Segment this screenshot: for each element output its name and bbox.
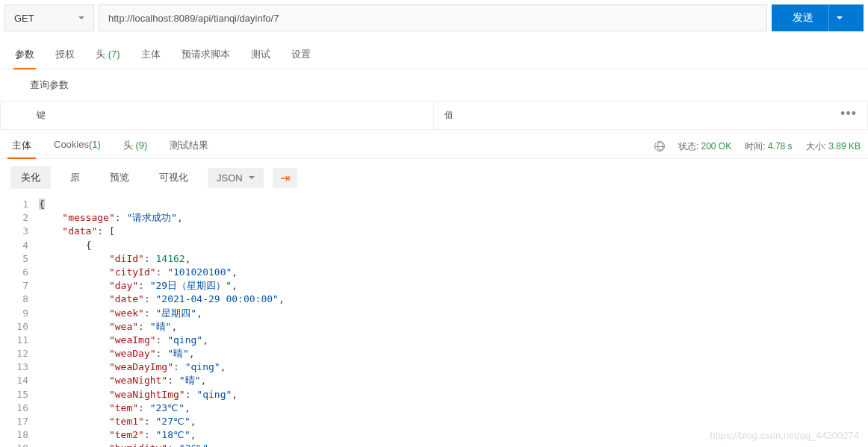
url-input[interactable] [99, 4, 767, 31]
tab-主体[interactable]: 主体 [140, 42, 162, 69]
value-header: 值 [434, 101, 830, 129]
tab-设置[interactable]: 设置 [290, 42, 312, 69]
chevron-down-icon [249, 176, 255, 179]
tab-授权[interactable]: 授权 [54, 42, 76, 69]
wrap-icon[interactable]: ⇥ [273, 168, 297, 188]
size-block: 大小: 3.89 KB [806, 140, 861, 153]
tab-测试[interactable]: 测试 [249, 42, 272, 69]
visualize-button[interactable]: 可视化 [149, 166, 199, 189]
chevron-down-icon [837, 16, 843, 19]
code-area: 12345678910111213141516171819 { "message… [0, 196, 868, 447]
raw-button[interactable]: 原 [60, 166, 90, 189]
line-gutter: 12345678910111213141516171819 [0, 196, 39, 447]
tab-头[interactable]: 头 (7) [94, 42, 122, 69]
chevron-down-icon [78, 16, 84, 19]
view-toolbar: 美化 原 预览 可视化 JSON ⇥ [0, 159, 868, 196]
globe-icon[interactable] [654, 141, 665, 151]
status-block: 状态: 200 OK [678, 140, 731, 153]
response-tabs: 主体Cookies(1)头 (9)测试结果 状态: 200 OK 时间: 4.7… [0, 130, 868, 159]
tab-Cookies[interactable]: Cookies(1) [49, 134, 105, 158]
send-label: 发送 [793, 11, 813, 25]
kv-header: 键 值 ••• [0, 101, 868, 130]
more-icon[interactable]: ••• [830, 101, 867, 129]
request-tabs: 参数授权头 (7)主体预请求脚本测试设置 [0, 36, 868, 69]
pretty-button[interactable]: 美化 [10, 166, 51, 189]
time-block: 时间: 4.78 s [745, 140, 792, 153]
query-params-title: 查询参数 [0, 69, 868, 101]
tab-主体[interactable]: 主体 [7, 134, 36, 158]
format-select[interactable]: JSON [208, 168, 264, 188]
method-label: GET [14, 13, 34, 24]
send-button[interactable]: 发送 [772, 4, 864, 31]
tab-测试结果[interactable]: 测试结果 [165, 134, 213, 158]
tab-预请求脚本[interactable]: 预请求脚本 [180, 42, 232, 69]
preview-button[interactable]: 预览 [99, 166, 140, 189]
divider [828, 4, 829, 31]
tab-头[interactable]: 头 (9) [119, 134, 152, 158]
code-body[interactable]: { "message": "请求成功", "data": [ { "diId":… [39, 196, 868, 447]
method-select[interactable]: GET [4, 4, 94, 31]
key-header: 键 [1, 101, 434, 129]
tab-参数[interactable]: 参数 [13, 42, 36, 69]
